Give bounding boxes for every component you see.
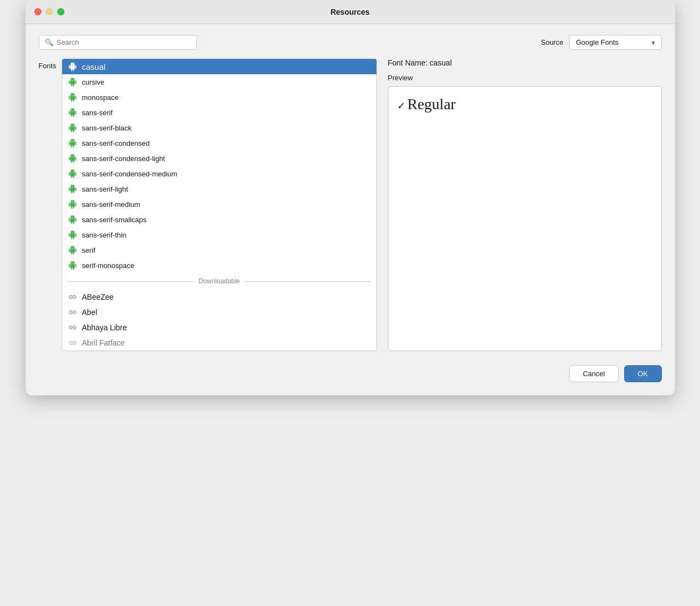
font-name-sans-serif-thin: sans-serif-thin bbox=[82, 231, 127, 239]
traffic-lights bbox=[34, 8, 64, 15]
font-item-serif-monospace[interactable]: serif-monospace bbox=[62, 258, 376, 273]
button-row: Cancel OK bbox=[39, 360, 662, 384]
android-icon-sans-serif-smallcaps bbox=[68, 215, 77, 224]
font-name-label: Font Name: casual bbox=[388, 58, 662, 67]
chain-icon-abhaya-libre bbox=[68, 323, 77, 332]
font-item-sans-serif[interactable]: sans-serif bbox=[62, 105, 376, 120]
close-button[interactable] bbox=[34, 8, 41, 15]
font-item-serif[interactable]: serif bbox=[62, 242, 376, 258]
font-item-sans-serif-condensed-light[interactable]: sans-serif-condensed-light bbox=[62, 151, 376, 166]
fonts-label: Fonts bbox=[39, 58, 57, 351]
preview-section: Font Name: casual Preview ✓Regular bbox=[377, 58, 662, 351]
font-item-abril[interactable]: Abril Fatface bbox=[62, 335, 376, 350]
fonts-section: Fonts casual bbox=[39, 58, 377, 351]
font-name-monospace: monospace bbox=[82, 93, 118, 102]
font-name-sans-serif-light: sans-serif-light bbox=[82, 185, 128, 193]
search-input[interactable] bbox=[57, 38, 191, 46]
preview-text: ✓Regular bbox=[397, 96, 456, 113]
toolbar: 🔍 Source Google Fonts System Fonts bbox=[39, 35, 662, 50]
android-icon-casual bbox=[68, 62, 77, 72]
font-item-sans-serif-condensed[interactable]: sans-serif-condensed bbox=[62, 135, 376, 151]
maximize-button[interactable] bbox=[57, 8, 64, 15]
font-name-sans-serif-condensed-light: sans-serif-condensed-light bbox=[82, 155, 165, 163]
minimize-button[interactable] bbox=[46, 8, 53, 15]
source-select-wrapper: Google Fonts System Fonts bbox=[569, 35, 662, 50]
android-icon-serif-monospace bbox=[68, 260, 77, 270]
font-item-sans-serif-condensed-medium[interactable]: sans-serif-condensed-medium bbox=[62, 166, 376, 181]
android-icon-sans-serif-light bbox=[68, 184, 77, 194]
font-item-sans-serif-smallcaps[interactable]: sans-serif-smallcaps bbox=[62, 212, 376, 227]
main-panel: Fonts casual bbox=[39, 58, 662, 351]
search-box: 🔍 bbox=[39, 35, 197, 50]
font-name-sans-serif-smallcaps: sans-serif-smallcaps bbox=[82, 216, 146, 224]
font-name-sans-serif-medium: sans-serif-medium bbox=[82, 200, 140, 209]
font-item-casual[interactable]: casual bbox=[62, 59, 376, 74]
downloadable-label: Downloadable bbox=[199, 277, 240, 285]
android-icon-sans-serif-black bbox=[68, 123, 77, 133]
font-item-monospace[interactable]: monospace bbox=[62, 90, 376, 105]
android-icon-sans-serif-thin bbox=[68, 230, 77, 240]
android-icon-sans-serif bbox=[68, 108, 77, 117]
font-list-container: casual cursive bbox=[62, 58, 376, 351]
font-item-sans-serif-thin[interactable]: sans-serif-thin bbox=[62, 227, 376, 242]
divider-line-left bbox=[68, 281, 194, 282]
chain-icon-abel bbox=[68, 307, 77, 317]
font-item-cursive[interactable]: cursive bbox=[62, 74, 376, 90]
font-name-sans-serif-condensed-medium: sans-serif-condensed-medium bbox=[82, 170, 177, 178]
font-item-abhaya-libre[interactable]: Abhaya Libre bbox=[62, 320, 376, 335]
android-icon-sans-serif-condensed-light bbox=[68, 153, 77, 163]
font-item-abeezee[interactable]: ABeeZee bbox=[62, 289, 376, 305]
android-icon-monospace bbox=[68, 92, 77, 102]
preview-box: ✓Regular bbox=[388, 86, 662, 351]
font-item-sans-serif-light[interactable]: sans-serif-light bbox=[62, 181, 376, 197]
font-name-serif: serif bbox=[82, 246, 95, 254]
font-name-sans-serif: sans-serif bbox=[82, 109, 112, 117]
chain-icon-abril bbox=[68, 338, 77, 348]
checkmark-icon: ✓ bbox=[397, 100, 405, 111]
android-icon-sans-serif-condensed bbox=[68, 138, 77, 148]
android-icon-sans-serif-condensed-medium bbox=[68, 169, 77, 179]
content-area: 🔍 Source Google Fonts System Fonts Fonts bbox=[26, 24, 675, 395]
source-label: Source bbox=[541, 38, 563, 46]
cancel-button[interactable]: Cancel bbox=[569, 365, 618, 382]
font-item-sans-serif-medium[interactable]: sans-serif-medium bbox=[62, 197, 376, 212]
font-list[interactable]: casual cursive bbox=[62, 59, 376, 350]
ok-button[interactable]: OK bbox=[624, 365, 662, 382]
titlebar: Resources bbox=[26, 0, 675, 24]
android-icon-sans-serif-medium bbox=[68, 199, 77, 209]
font-name-sans-serif-condensed: sans-serif-condensed bbox=[82, 139, 149, 147]
font-name-abhaya-libre: Abhaya Libre bbox=[82, 323, 127, 332]
preview-label: Preview bbox=[388, 74, 662, 82]
android-icon-serif bbox=[68, 245, 77, 255]
font-name-abeezee: ABeeZee bbox=[82, 293, 113, 301]
font-item-sans-serif-black[interactable]: sans-serif-black bbox=[62, 120, 376, 135]
font-name-sans-serif-black: sans-serif-black bbox=[82, 124, 131, 132]
chain-icon-abeezee bbox=[68, 292, 77, 302]
font-name-abril: Abril Fatface bbox=[82, 338, 125, 347]
font-name-abel: Abel bbox=[82, 308, 97, 317]
divider-line-right bbox=[244, 281, 371, 282]
android-icon-cursive bbox=[68, 77, 77, 87]
downloadable-divider: Downloadable bbox=[62, 273, 376, 289]
preview-text-value: Regular bbox=[408, 96, 456, 112]
search-icon: 🔍 bbox=[45, 38, 53, 46]
font-item-abel[interactable]: Abel bbox=[62, 305, 376, 320]
font-name-cursive: cursive bbox=[82, 78, 104, 86]
source-select[interactable]: Google Fonts System Fonts bbox=[569, 35, 662, 50]
font-name-serif-monospace: serif-monospace bbox=[82, 262, 134, 270]
source-row: Source Google Fonts System Fonts bbox=[541, 35, 661, 50]
font-name-casual: casual bbox=[82, 62, 105, 72]
resources-window: Resources 🔍 Source Google Fonts System F… bbox=[26, 0, 675, 395]
window-title: Resources bbox=[331, 8, 370, 16]
